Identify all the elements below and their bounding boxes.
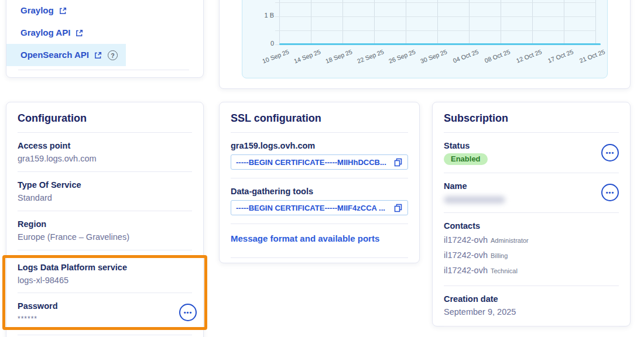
- y-axis-label-zero: 0: [249, 40, 274, 47]
- ssl-tools-section: Data-gathering tools -----BEGIN CERTIFIC…: [231, 186, 408, 224]
- creation-date-value: September 9, 2025: [444, 307, 619, 317]
- subscription-card: Subscription Status Enabled ••• Name •••…: [432, 102, 631, 326]
- links-card-divider: [18, 70, 189, 70]
- ssl-host-certificate-box[interactable]: -----BEGIN CERTIFICATE-----MIIHhDCCB...: [231, 154, 408, 170]
- usage-chart-panel: 1 B 0 10 Sep 25 14 Sep 25 18 Sep 25 22 S…: [242, 0, 608, 78]
- x-axis-label: 22 Sep 25: [356, 48, 385, 64]
- status-badge: Enabled: [444, 153, 488, 165]
- contact-role: Administrator: [491, 237, 529, 244]
- contact-id: il17242-ovh: [444, 250, 488, 260]
- quick-link-label: Graylog: [20, 5, 54, 16]
- divider: [444, 286, 619, 286]
- name-field: Name: [444, 181, 505, 204]
- usage-chart-card: 1 B 0 10 Sep 25 14 Sep 25 18 Sep 25 22 S…: [219, 0, 631, 89]
- contacts-section: Contacts il17242-ovhAdministrator il1724…: [444, 221, 619, 286]
- service-field-label: Logs Data Platform service: [18, 262, 192, 273]
- ssl-tools-certificate-box[interactable]: -----BEGIN CERTIFICATE-----MIIF4zCCA ...: [231, 200, 408, 215]
- divider: [18, 250, 192, 250]
- divider: [231, 178, 408, 178]
- quick-links-list: Graylog Graylog API: [6, 0, 203, 66]
- ssl-host-certificate: -----BEGIN CERTIFICATE-----MIIHhDCCB...: [236, 158, 390, 167]
- configuration-title: Configuration: [18, 102, 192, 125]
- x-axis-label: 26 Sep 25: [388, 48, 416, 64]
- contact-role: Technical: [491, 267, 518, 274]
- status-label: Status: [444, 140, 488, 151]
- quick-link[interactable]: OpenSearch API: [20, 49, 102, 61]
- divider: [231, 223, 408, 224]
- copy-icon[interactable]: [394, 204, 403, 212]
- help-icon[interactable]: ?: [108, 50, 118, 60]
- ssl-tools-label: Data-gathering tools: [231, 186, 408, 197]
- name-label: Name: [444, 181, 505, 191]
- quick-link[interactable]: Graylog API: [20, 27, 83, 39]
- chart-plot-area: [279, 0, 596, 44]
- divider: [444, 173, 619, 173]
- external-link-icon: [76, 29, 83, 37]
- gridline-mid: [275, 30, 596, 31]
- configuration-fields: Access point gra159.logs.ovh.com Type Of…: [18, 140, 192, 250]
- x-axis-label: 08 Oct 25: [484, 48, 511, 64]
- config-field: Region Europe (France – Gravelines): [18, 219, 192, 250]
- contact-id: il17242-ovh: [444, 235, 488, 245]
- divider: [18, 293, 192, 293]
- x-axis-label: 12 Oct 25: [515, 48, 543, 64]
- contact-role: Billing: [491, 252, 508, 259]
- password-field-label: Password: [18, 301, 58, 311]
- service-field: Logs Data Platform service logs-xl-98465: [18, 262, 192, 286]
- divider: [231, 132, 408, 133]
- contact-row: il17242-ovhBilling: [444, 249, 619, 262]
- config-field: Access point gra159.logs.ovh.com: [18, 140, 192, 172]
- config-field-value: gra159.logs.ovh.com: [18, 153, 192, 164]
- x-axis-label: 10 Sep 25: [261, 48, 290, 64]
- password-field-text: Password ******: [18, 301, 58, 324]
- contacts-list: il17242-ovhAdministrator il17242-ovhBill…: [444, 233, 619, 277]
- ssl-title: SSL configuration: [231, 102, 408, 125]
- gridline-top: [275, 2, 596, 3]
- quick-links-card: Graylog Graylog API: [6, 0, 204, 78]
- password-actions-button[interactable]: •••: [179, 304, 197, 321]
- divider: [18, 335, 192, 335]
- service-field-value: logs-xl-98465: [18, 275, 192, 286]
- x-axis-label: 21 Oct 25: [578, 48, 606, 64]
- copy-icon[interactable]: [394, 158, 403, 167]
- divider: [18, 211, 192, 211]
- creation-date-field: Creation date September 9, 2025: [444, 294, 619, 326]
- divider: [18, 171, 192, 172]
- ssl-configuration-card: SSL configuration gra159.logs.ovh.com --…: [219, 102, 420, 263]
- quick-link-row[interactable]: Graylog: [6, 0, 75, 22]
- status-row: Status Enabled •••: [444, 140, 619, 165]
- status-field: Status Enabled: [444, 140, 488, 165]
- name-actions-button[interactable]: •••: [601, 184, 619, 201]
- config-field-label: Access point: [18, 140, 192, 151]
- quick-link-label: OpenSearch API: [20, 49, 89, 61]
- divider: [444, 212, 619, 213]
- config-field: Type Of Service Standard: [18, 180, 192, 211]
- subscription-title: Subscription: [444, 102, 619, 125]
- config-field-value: Standard: [18, 192, 192, 203]
- usage-series-line: [279, 43, 601, 45]
- message-format-link[interactable]: Message format and available ports: [231, 233, 379, 244]
- divider: [444, 132, 619, 133]
- quick-link[interactable]: Graylog: [20, 5, 67, 16]
- config-field-label: Type Of Service: [18, 180, 192, 190]
- divider: [18, 132, 192, 133]
- quick-link-row[interactable]: OpenSearch API ?: [6, 44, 126, 66]
- divider: [231, 257, 408, 258]
- quick-link-row[interactable]: Graylog API: [6, 22, 91, 44]
- creation-date-label: Creation date: [444, 294, 619, 304]
- ssl-host-section: gra159.logs.ovh.com -----BEGIN CERTIFICA…: [231, 140, 408, 178]
- ssl-host-label: gra159.logs.ovh.com: [231, 140, 408, 151]
- config-field-value: Europe (France – Gravelines): [18, 232, 192, 242]
- x-axis-label: 30 Sep 25: [419, 48, 448, 64]
- configuration-card: Configuration Access point gra159.logs.o…: [6, 102, 204, 337]
- contact-id: il17242-ovh: [444, 266, 488, 275]
- y-axis-label-1b: 1 B: [249, 12, 274, 19]
- quick-link-label: Graylog API: [20, 27, 70, 39]
- x-axis-label: 14 Sep 25: [293, 48, 321, 64]
- password-field: Password ****** •••: [18, 301, 192, 324]
- x-axis-label: 04 Oct 25: [452, 48, 479, 64]
- x-axis-label: 18 Sep 25: [324, 48, 353, 64]
- external-link-icon: [94, 51, 102, 59]
- status-actions-button[interactable]: •••: [601, 144, 619, 161]
- contact-row: il17242-ovhTechnical: [444, 264, 619, 277]
